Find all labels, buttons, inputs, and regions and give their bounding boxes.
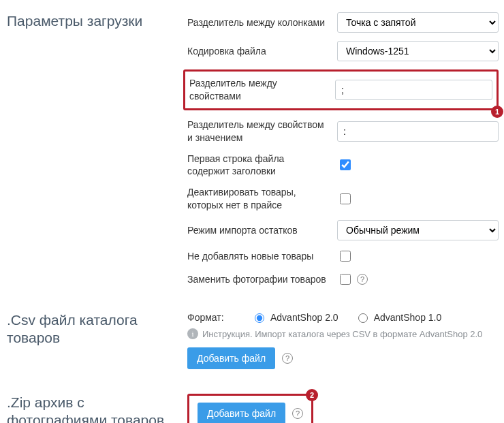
section-title-zip: .Zip архив с фотографиями товаров — [0, 381, 187, 423]
help-icon[interactable]: ? — [357, 274, 368, 285]
info-text[interactable]: Инструкция. Импорт каталога через CSV в … — [202, 329, 482, 339]
annotation-badge-1: 1 — [491, 106, 503, 118]
input-prop-val-sep[interactable] — [337, 121, 499, 142]
radio-opt-advantshop-2[interactable]: AdvantShop 2.0 — [251, 311, 338, 323]
checkbox-no-new[interactable] — [340, 251, 351, 262]
checkbox-replace-photos[interactable] — [340, 274, 351, 285]
label-stock-mode: Режим импорта остатков — [187, 224, 337, 237]
label-encoding: Кодировка файла — [187, 45, 337, 58]
help-icon[interactable]: ? — [282, 353, 293, 364]
label-col-sep: Разделитель между колонками — [187, 16, 337, 29]
highlighted-zip-upload: Добавить файл ? 2 — [187, 394, 313, 423]
label-header-row: Первая строка файла содержит заголовки — [187, 153, 337, 178]
radio-advantshop-2[interactable] — [255, 313, 264, 323]
select-encoding[interactable]: Windows-1251 — [337, 41, 499, 61]
help-icon[interactable]: ? — [292, 408, 303, 419]
add-file-button-zip[interactable]: Добавить файл — [198, 403, 285, 423]
section-title-csv: .Csv файл каталога товаров — [0, 299, 187, 381]
radio-advantshop-1[interactable] — [358, 313, 368, 323]
select-col-sep[interactable]: Точка с запятой — [337, 12, 499, 33]
radio-opt-advantshop-1[interactable]: AdvantShop 1.0 — [355, 311, 442, 323]
info-icon: i — [187, 328, 198, 339]
section-title-params: Параметры загрузки — [0, 0, 187, 299]
input-prop-sep[interactable] — [335, 80, 492, 100]
checkbox-header-row[interactable] — [340, 159, 351, 170]
label-format: Формат: — [187, 312, 235, 323]
highlighted-prop-sep-row: Разделитель между свойствами 1 — [183, 69, 499, 110]
add-file-button-csv[interactable]: Добавить файл — [187, 347, 275, 369]
radio-label-2: AdvantShop 2.0 — [270, 312, 338, 323]
label-prop-val-sep: Разделитель между свойством и значением — [187, 119, 337, 144]
checkbox-deactivate[interactable] — [340, 193, 351, 204]
label-replace-photos: Заменить фотографии товаров — [187, 273, 337, 286]
label-deactivate: Деактивировать товары, которых нет в пра… — [187, 186, 337, 212]
label-no-new: Не добавлять новые товары — [187, 250, 337, 263]
annotation-badge-2: 2 — [306, 389, 318, 401]
label-prop-sep: Разделитель между свойствами — [189, 77, 335, 103]
select-stock-mode[interactable]: Обычный режим — [337, 220, 499, 240]
radio-label-1: AdvantShop 1.0 — [374, 312, 442, 323]
